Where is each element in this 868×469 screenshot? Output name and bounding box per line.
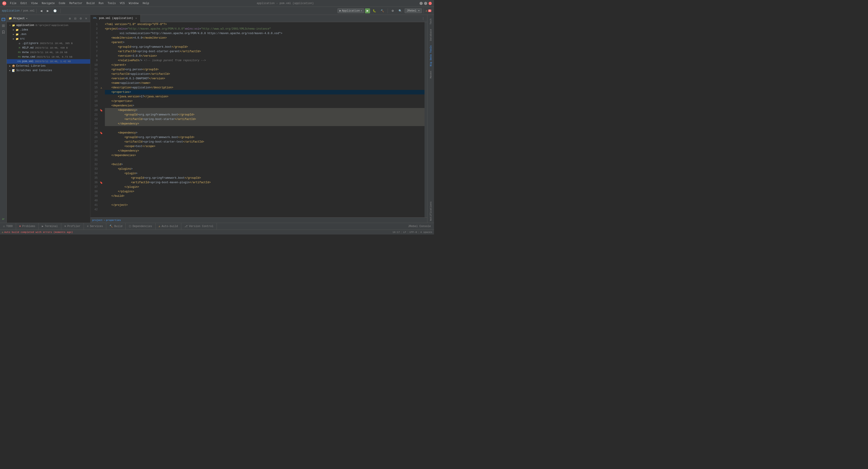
code-line-26[interactable]: <groupId>org.springframework.boot</group… <box>105 135 425 140</box>
code-line-10[interactable]: </parent> <box>105 63 425 67</box>
code-line-17[interactable]: <java.version>17</java.version> <box>105 94 425 99</box>
scrollbar[interactable] <box>425 22 427 217</box>
code-line-27[interactable]: <artifactId>spring-boot-starter-test</ar… <box>105 140 425 144</box>
tree-item-external-libs[interactable]: ▶ 📦 External Libraries <box>7 64 90 68</box>
structure-panel-toggle[interactable] <box>1 23 6 29</box>
close-button[interactable] <box>429 2 432 5</box>
code-line-11[interactable]: <groupId>org.person</groupId> <box>105 67 425 72</box>
tab-vcs[interactable]: ⎇ Version Control <box>181 223 217 230</box>
code-line-21[interactable]: <groupId>org.springframework.boot</group… <box>105 112 425 117</box>
editor-content[interactable]: 1234567891011121314151617181920212223242… <box>90 22 427 217</box>
code-line-23[interactable]: </dependency> <box>105 122 425 126</box>
code-line-24[interactable] <box>105 126 425 131</box>
code-line-9[interactable]: <relativePath/> <!-- lookup parent from … <box>105 58 425 63</box>
code-line-13[interactable]: <version>0.0.1-SNAPSHOT</version> <box>105 76 425 81</box>
tab-autobuild[interactable]: ⚠ Auto-build <box>156 223 181 230</box>
code-line-20[interactable]: <dependency> <box>105 108 425 112</box>
code-line-5[interactable]: <parent> <box>105 40 425 45</box>
code-line-14[interactable]: <name>application</name> <box>105 81 425 86</box>
sidebar-options-button[interactable]: ⚙ <box>79 16 83 21</box>
locate-file-button[interactable]: ⊕ <box>68 16 72 21</box>
menu-refactor[interactable]: Refactor <box>68 1 84 5</box>
menu-help[interactable]: Help <box>141 1 151 5</box>
tab-close-button[interactable]: ✕ <box>134 17 138 20</box>
tree-item-scratches[interactable]: ▶ 📝 Scratches and Consoles <box>7 68 90 73</box>
code-line-7[interactable]: <artifactId>spring-boot-starter-parent</… <box>105 49 425 54</box>
maven-panel-toggle[interactable]: Maven <box>429 69 433 80</box>
menu-vcs[interactable]: VCS <box>118 1 127 5</box>
tree-item-idea[interactable]: ▶ 📁 .idea <box>7 28 90 32</box>
code-line-18[interactable]: </properties> <box>105 99 425 103</box>
code-line-39[interactable]: </build> <box>105 194 425 198</box>
code-line-38[interactable]: </plugins> <box>105 189 425 194</box>
code-line-28[interactable]: <scope>test</scope> <box>105 144 425 149</box>
code-line-31[interactable] <box>105 158 425 162</box>
tab-settings-button[interactable]: ⋮ <box>421 16 426 21</box>
tab-dependencies[interactable]: ⬡ Dependencies <box>126 223 155 230</box>
menu-file[interactable]: File <box>8 1 18 5</box>
collapse-all-button[interactable]: ⊟ <box>73 16 78 21</box>
tab-problems[interactable]: ⊗ Problems <box>16 223 39 230</box>
code-line-19[interactable]: <dependencies> <box>105 103 425 108</box>
code-line-12[interactable]: <artifactId>application</artifactId> <box>105 72 425 76</box>
jrebel-dropdown[interactable]: JRebel ▾ <box>405 8 422 13</box>
code-line-16[interactable]: <properties> <box>105 90 425 94</box>
tab-build[interactable]: 🔨 Build <box>106 223 126 230</box>
tab-terminal[interactable]: ▶ Terminal <box>39 223 61 230</box>
menu-view[interactable]: View <box>29 1 39 5</box>
code-line-37[interactable]: </plugin> <box>105 185 425 189</box>
debug-button[interactable]: 🐛 <box>371 8 378 13</box>
tree-item-src[interactable]: ▶ 📁 src <box>7 37 90 41</box>
menu-navigate[interactable]: Navigate <box>40 1 57 5</box>
jrebel-console-button[interactable]: JRebel Console <box>405 225 434 228</box>
code-line-42[interactable] <box>105 207 425 212</box>
code-line-32[interactable]: <build> <box>105 162 425 167</box>
tree-item-helpmd[interactable]: M HELP.md 2023/5/11 18:40, 430 B <box>7 46 90 50</box>
close-sidebar-button[interactable]: ✕ <box>84 16 88 21</box>
run-config-dropdown[interactable]: ▶ Application ▾ <box>338 8 364 13</box>
code-line-3[interactable]: xsi:schemaLocation="http://maven.apache.… <box>105 31 425 36</box>
code-line-1[interactable]: <?xml version="1.0" encoding="UTF-8"?> <box>105 22 425 27</box>
run-button[interactable]: ▶ <box>365 8 370 13</box>
menu-build[interactable]: Build <box>85 1 96 5</box>
code-line-35[interactable]: <groupId>org.springframework.boot</group… <box>105 176 425 180</box>
forward-button[interactable]: ▶ <box>45 8 51 13</box>
tree-item-gitignore[interactable]: ⚙ .gitignore 2023/5/11 18:40, 395 B <box>7 41 90 46</box>
tree-item-mvnw-cmd[interactable]: MV mvnw.cmd 2023/5/11 18:40, 6.73 kB <box>7 55 90 59</box>
back-button[interactable]: ◀ <box>38 8 44 13</box>
code-line-30[interactable]: </dependencies> <box>105 153 425 158</box>
code-line-36[interactable]: <artifactId>spring-boot-maven-plugin</ar… <box>105 180 425 185</box>
code-line-33[interactable]: <plugins> <box>105 167 425 171</box>
code-line-6[interactable]: <groupId>org.springframework.boot</group… <box>105 45 425 49</box>
tab-services[interactable]: ≡ Services <box>84 223 106 230</box>
database-panel-toggle[interactable]: Database <box>429 27 433 43</box>
maximize-button[interactable] <box>424 2 427 5</box>
project-panel-toggle[interactable] <box>1 17 6 22</box>
menu-run[interactable]: Run <box>97 1 105 5</box>
tree-root[interactable]: ▾ 📁 application D:\project\application <box>7 23 90 28</box>
recent-files-button[interactable]: 🕐 <box>52 8 59 13</box>
bookmarks-panel-toggle[interactable] <box>1 29 6 35</box>
menu-window[interactable]: Window <box>127 1 141 5</box>
code-line-4[interactable]: <modelVersion>4.0.0</modelVersion> <box>105 36 425 40</box>
code-line-15[interactable]: <description>application</description> <box>105 86 425 90</box>
code-line-40[interactable] <box>105 198 425 203</box>
code-line-2[interactable]: <project xmlns="http://maven.apache.org/… <box>105 27 425 31</box>
settings-button[interactable]: ⚙ <box>390 8 396 13</box>
menu-code[interactable]: Code <box>57 1 67 5</box>
code-area[interactable]: <?xml version="1.0" encoding="UTF-8"?><p… <box>104 22 425 217</box>
big-data-panel-toggle[interactable]: Big Data Tools <box>429 44 433 68</box>
search-everywhere-button[interactable]: 🔍 <box>397 8 404 13</box>
build-button[interactable]: 🔨 <box>379 8 386 13</box>
notifications-panel-toggle[interactable]: Notifications <box>429 200 433 223</box>
code-line-25[interactable]: <dependency> <box>105 131 425 135</box>
code-line-22[interactable]: <artifactId>spring-boot-starter</artifac… <box>105 117 425 122</box>
menu-tools[interactable]: Tools <box>106 1 118 5</box>
minimize-button[interactable] <box>420 2 423 5</box>
code-line-41[interactable]: </project> <box>105 203 425 207</box>
tab-todo[interactable]: ☑ TODO <box>0 223 16 230</box>
jrebel-panel-toggle[interactable]: Jr <box>1 217 6 223</box>
tab-profiler[interactable]: ≋ Profiler <box>61 223 84 230</box>
tech-panel-toggle[interactable]: Tech <box>429 17 433 26</box>
tree-item-mvn[interactable]: ▶ 📁 .mvn <box>7 32 90 37</box>
